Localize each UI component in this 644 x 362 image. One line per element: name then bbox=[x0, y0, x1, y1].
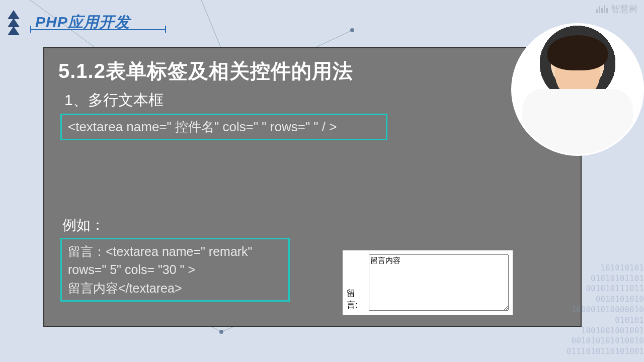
example-label: 例如： bbox=[62, 216, 567, 235]
example-code-box: 留言：<textarea name=" remark" rows=" 5" co… bbox=[60, 238, 290, 302]
svg-point-9 bbox=[219, 330, 223, 334]
syntax-code-box: <textarea name=" 控件名" cols=" " rows=" " … bbox=[60, 114, 387, 140]
watermark-icon bbox=[596, 5, 608, 13]
watermark-text: 智慧树 bbox=[611, 3, 638, 15]
demo-output-panel: 留言: bbox=[343, 250, 513, 315]
decorative-arrows bbox=[8, 10, 20, 34]
presenter-video-circle bbox=[511, 23, 644, 156]
slide-panel: 5.1.2表单标签及相关控件的用法 1、多行文本框 <textarea name… bbox=[43, 47, 582, 327]
watermark: 智慧树 bbox=[596, 3, 638, 15]
slide-subtitle: 1、多行文本框 bbox=[64, 90, 567, 111]
svg-point-8 bbox=[350, 28, 354, 32]
demo-textarea[interactable] bbox=[369, 254, 509, 311]
demo-label: 留言: bbox=[347, 288, 366, 311]
slide-heading: 5.1.2表单标签及相关控件的用法 bbox=[58, 57, 567, 85]
